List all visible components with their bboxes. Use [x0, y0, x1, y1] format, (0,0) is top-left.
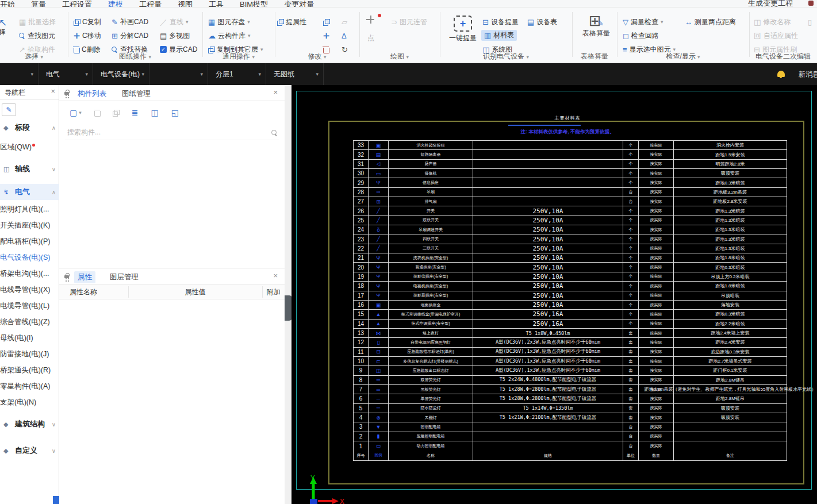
chevron-down-icon[interactable]: ∨ [52, 166, 56, 172]
menu-item-change-compare[interactable]: 变更对量 [276, 0, 322, 7]
select-big-button[interactable]: ↖ 选择 [0, 18, 13, 37]
search-input[interactable] [65, 125, 255, 136]
rename-button[interactable]: ◫修改名称 [754, 17, 791, 27]
edit-navigation-button[interactable]: ✎ [2, 103, 16, 116]
export-library-button[interactable]: ◱ [171, 108, 179, 117]
sidebar-item[interactable]: 桥架通头(电)(R) [0, 362, 59, 378]
extract-property-button[interactable]: 提属性 [277, 17, 306, 27]
close-icon[interactable]: × [273, 88, 278, 97]
menu-right-fragment[interactable]: 生成变更工程 [748, 0, 793, 7]
sidebar-item[interactable]: 零星构件(电)(A) [0, 378, 59, 394]
modify-move-button[interactable]: ✛ [323, 30, 329, 41]
menu-item-quantities[interactable]: 工程量 [131, 0, 170, 7]
close-icon[interactable]: × [51, 87, 55, 95]
notification-text[interactable]: 新消息 [799, 70, 817, 79]
menu-item-quantity[interactable]: 算量 [23, 0, 54, 7]
dropdown-component-type[interactable]: 电气设备(电)▾ [93, 63, 149, 85]
copy-component-button[interactable] [113, 110, 119, 116]
cad-copy-button[interactable]: C复制 [74, 17, 101, 27]
sidebar-item[interactable]: 电线导管(电)(X) [0, 282, 59, 298]
drag-handle[interactable] [65, 94, 70, 99]
section-custom[interactable]: ◆ 自定义 ∨ [0, 443, 59, 459]
tab-properties[interactable]: 属性 [74, 271, 95, 283]
section-structure[interactable]: ◆ 建筑结构 ∨ [0, 416, 59, 432]
cloud-library-button[interactable]: ☁云构件库▾ [208, 30, 251, 41]
dropdown-discipline[interactable]: 电气▾ [39, 63, 93, 85]
sidebar-item[interactable]: 配电箱柜(电)(P) [0, 233, 59, 249]
multi-view-button[interactable]: ▤多视图 [160, 30, 190, 41]
point-button[interactable]: 点 [366, 16, 374, 43]
dropdown-empty-2[interactable]: ▾ [149, 63, 208, 85]
chevron-up-icon[interactable]: ∧ [52, 189, 56, 195]
modify-extend-button[interactable]: ▱ [342, 17, 347, 27]
menu-item-tools[interactable]: 工具 [201, 0, 232, 7]
modify-mirror-button[interactable]: Δ [342, 30, 347, 41]
notification-bell-icon[interactable] [777, 71, 785, 77]
new-component-button[interactable]: ▢▾ [70, 108, 82, 117]
sidebar-item[interactable]: 电缆导管(电)(L) [0, 298, 59, 314]
material-table[interactable]: 33 ▣ 消火栓起泵按钮 个 按实际 消火栓内安装 32 ▤ 短路隔离器 个 按… [353, 140, 787, 461]
group-label-secondary-edit[interactable]: 电气设备二次编辑 [749, 52, 817, 61]
one-click-quantity-button[interactable]: + 一键提量 [449, 16, 477, 43]
section-axis[interactable]: ◫ 轴线 ∨ [0, 161, 59, 177]
sidebar-item[interactable]: 防雷接地(电)(J) [0, 346, 59, 362]
delete-component-button[interactable] [94, 110, 100, 116]
group-label-drawing-ops[interactable]: 图纸操作 ▾ [68, 52, 202, 61]
dropdown-drawing[interactable]: 无图纸▾ [266, 63, 324, 85]
missing-quantity-check-button[interactable]: ▽漏量检查▾ [623, 17, 663, 27]
menu-item-view[interactable]: 视图 [170, 0, 201, 7]
group-label-identify[interactable]: 识别电气设备 ▾ [440, 52, 572, 61]
sidebar-item[interactable]: 综合管线(电)(Z) [0, 314, 59, 330]
element-pipe-connect-button[interactable]: ⊃图元连管 [391, 17, 427, 27]
adaptive-property-button[interactable]: 回自适应属性 [754, 30, 798, 41]
group-label-general-ops[interactable]: 通用操作 ▾ [202, 52, 275, 61]
sidebar-item[interactable]: 桥架电沟(电)(... [0, 266, 59, 282]
sidebar-item[interactable]: 开关插座(电)(K) [0, 217, 59, 233]
group-label-select[interactable]: 选择 ▾ [0, 52, 68, 61]
explode-cad-button[interactable]: ⊞分解CAD [112, 30, 148, 41]
menu-item-modeling[interactable]: 建模 [100, 0, 131, 7]
line-button[interactable]: ／直线▾ [160, 17, 189, 27]
menu-item-project-settings[interactable]: 工程设置 [54, 0, 100, 7]
batch-select-button[interactable]: ▦批量选择 [19, 17, 56, 27]
find-element-button[interactable]: 查找图元 [19, 30, 55, 41]
search-icon[interactable] [271, 130, 278, 136]
patch-cad-button[interactable]: ✎补画CAD [112, 17, 148, 27]
section-electrical[interactable]: ↯ 电气 ∧ [0, 184, 59, 200]
dropdown-floor[interactable]: 分层1▾ [208, 63, 266, 85]
check-circuit-button[interactable]: ◻检查回路 [623, 30, 659, 41]
material-table-button[interactable]: ▥材料表 [481, 30, 517, 40]
dropdown-empty-1[interactable]: ▾ [0, 63, 39, 85]
group-label-draw[interactable]: 绘图 ▾ [359, 52, 440, 61]
batch-edit-button[interactable]: ≣ [132, 108, 139, 117]
chevron-up-icon[interactable]: ∧ [52, 125, 56, 131]
tab-component-list[interactable]: 构件列表 [74, 88, 110, 100]
sidebar-item[interactable]: 电气设备(电)(S) [0, 249, 59, 266]
table-calc-button[interactable]: ⊞✎ 表格算量 [582, 13, 610, 39]
measure-distance-button[interactable]: ↔测量两点距离 [685, 17, 736, 27]
cad-canvas[interactable]: 主要材料表 注: 本材料表仅供参考, 不能作为预算依据。 33 ▣ 消火栓起泵按… [291, 85, 817, 504]
sidebar-item[interactable]: 照明灯具(电)(... [0, 201, 59, 217]
save-element-button[interactable]: ▦图元存盘▾ [208, 17, 250, 27]
group-label-check-display[interactable]: 检查/显示 ▾ [617, 52, 749, 61]
tab-drawing-management[interactable]: 图纸管理 [118, 88, 154, 100]
group-label-table-calc[interactable]: 表格算量 [572, 52, 617, 61]
section-bid[interactable]: ◆ 标段 ∧ [0, 120, 59, 136]
clipped-icon-1[interactable]: ▯ [808, 17, 812, 27]
drag-handle[interactable] [65, 278, 70, 283]
menu-item-bim-model[interactable]: BIM模型 [232, 0, 276, 7]
menu-item-start[interactable]: 开始 [0, 0, 23, 7]
tab-layer-management[interactable]: 图层管理 [106, 271, 142, 283]
group-label-modify[interactable]: 修改 ▾ [275, 52, 359, 61]
device-table-button[interactable]: ▤设备表 [527, 17, 557, 27]
sidebar-item[interactable]: 支架(电)(N) [0, 394, 59, 410]
save-library-button[interactable]: ◫ [151, 108, 159, 117]
modify-copy-button[interactable] [323, 17, 329, 27]
close-icon[interactable]: × [273, 271, 278, 280]
device-quantity-button[interactable]: ⊟设备提量 [482, 17, 519, 27]
sidebar-item[interactable]: 母线(电)(I) [0, 330, 59, 346]
chevron-down-icon[interactable]: ∨ [52, 448, 56, 454]
chevron-down-icon[interactable]: ∨ [52, 421, 56, 428]
cad-move-button[interactable]: ✛C移动 [74, 30, 101, 41]
sidebar-item-region[interactable]: 区域(QW) [0, 140, 35, 154]
